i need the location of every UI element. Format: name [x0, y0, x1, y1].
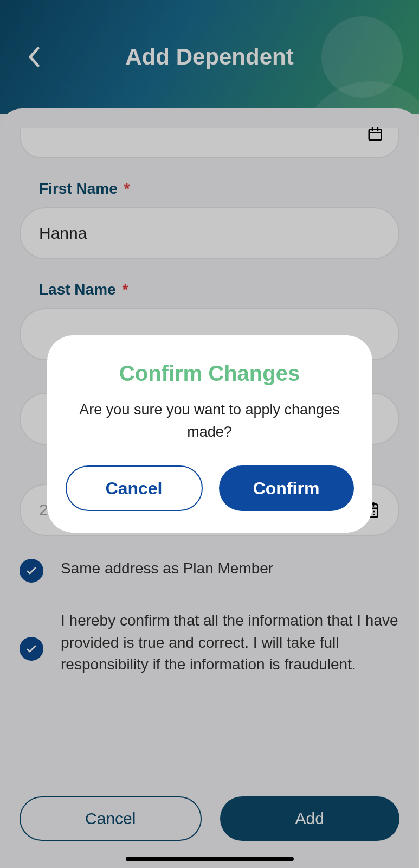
- dialog-confirm-button[interactable]: Confirm: [219, 465, 354, 511]
- modal-scrim[interactable]: Confirm Changes Are you sure you want to…: [0, 0, 419, 868]
- dialog-title: Confirm Changes: [66, 361, 354, 386]
- dialog-message: Are you sure you want to apply changes m…: [66, 399, 354, 443]
- confirm-dialog: Confirm Changes Are you sure you want to…: [47, 335, 372, 533]
- dialog-cancel-button[interactable]: Cancel: [66, 465, 203, 511]
- dialog-actions: Cancel Confirm: [66, 465, 354, 511]
